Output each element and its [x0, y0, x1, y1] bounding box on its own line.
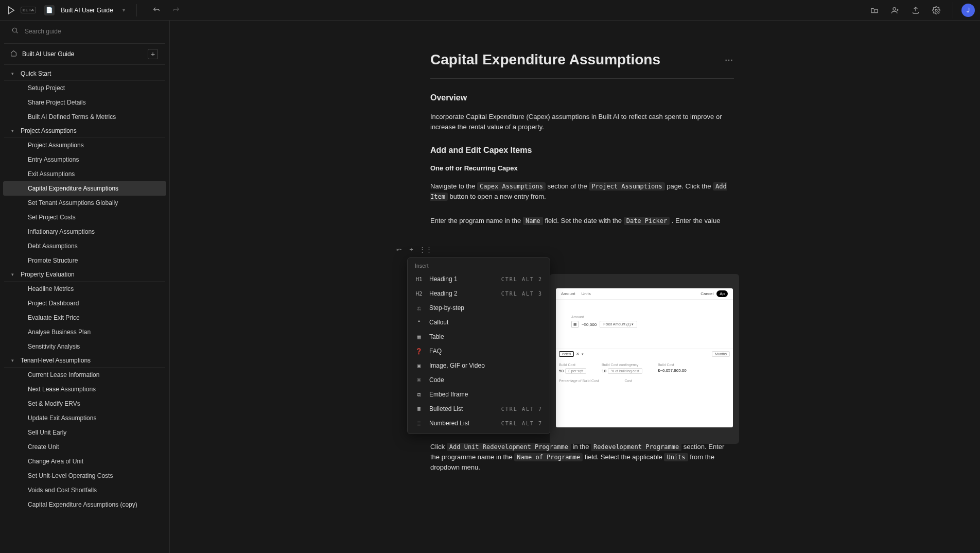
h2-add-edit[interactable]: Add and Edit Capex Items — [430, 146, 734, 155]
sidebar-item[interactable]: Sensitivity Analysis — [3, 339, 166, 354]
text: page. Click the — [667, 182, 713, 190]
sidebar-item[interactable]: Capital Expenditure Assumptions — [3, 181, 166, 196]
chevron-down-icon: ▾ — [11, 272, 16, 277]
insert-item-label: Bulleted List — [429, 405, 463, 412]
mock-columns: Build Cost 50£ per sqft Build Cost conti… — [556, 359, 733, 374]
sidebar-item[interactable]: Built AI Defined Terms & Metrics — [3, 110, 166, 124]
sidebar-item[interactable]: Headline Metrics — [3, 282, 166, 296]
page-more-icon[interactable]: ⋯ — [725, 55, 734, 65]
insert-menu-item[interactable]: ▦Table — [408, 330, 550, 344]
text: . Enter the value — [672, 217, 721, 224]
text: in the — [573, 443, 591, 451]
mock-apply: Ap — [716, 290, 728, 297]
insert-menu-item[interactable]: ❝Callout — [408, 315, 550, 330]
sidebar-item[interactable]: Analyse Business Plan — [3, 325, 166, 339]
mock-chip-selected: ected — [559, 351, 574, 357]
sidebar-item[interactable]: Voids and Cost Shortfalls — [3, 483, 166, 497]
doc-dropdown-icon[interactable]: ▾ — [122, 7, 125, 13]
insert-menu-item[interactable]: H1Heading 1CTRL ALT 2 — [408, 272, 550, 286]
sidebar-item[interactable]: Set Project Costs — [3, 210, 166, 224]
sidebar-item[interactable]: Next Lease Assumptions — [3, 382, 166, 396]
sidebar-item[interactable]: Setup Project — [3, 81, 166, 95]
user-avatar[interactable]: J — [961, 4, 975, 17]
add-user-icon[interactable] — [887, 2, 903, 19]
mock-col-contingency: Build Cost contingency 10% of building c… — [602, 363, 642, 374]
h3-oneoff[interactable]: One off or Recurring Capex — [430, 164, 734, 172]
block-link-icon[interactable]: ⤺ — [394, 246, 404, 253]
block-add-icon[interactable]: + — [407, 246, 416, 253]
sidebar-item[interactable]: Sell Unit Early — [3, 425, 166, 440]
sidebar-item[interactable]: Evaluate Exit Price — [3, 310, 166, 325]
sidebar-item[interactable]: Inflationary Assumptions — [3, 224, 166, 239]
home-icon — [10, 49, 17, 59]
sidebar-item[interactable]: Promote Structure — [3, 253, 166, 268]
value: £~6,057,865.00 — [658, 368, 687, 373]
sidebar-item[interactable]: Set Tenant Assumptions Globally — [3, 196, 166, 210]
insert-menu-item[interactable]: ▣Image, GIF or Video — [408, 358, 550, 373]
mock-foot-1: Percentage of Build Cost — [559, 379, 599, 383]
svg-point-1 — [935, 9, 937, 11]
mock-cancel: Cancel — [701, 291, 713, 296]
code-add-unit: Add Unit Redevelopment Programme — [447, 443, 571, 451]
text: field. Set the date with the — [545, 217, 623, 224]
new-folder-icon[interactable] — [866, 2, 883, 19]
embedded-screenshot[interactable]: Amount Units Cancel Ap Amount ▦ ~50,000 … — [550, 274, 739, 444]
sidebar-root-title: Built AI User Guide — [22, 50, 74, 58]
sidebar-item[interactable]: Update Exit Assumptions — [3, 411, 166, 425]
insert-menu-item[interactable]: ≣Bulleted ListCTRL ALT 7 — [408, 402, 550, 416]
sidebar-section-header[interactable]: ▾Project Assumptions — [4, 124, 165, 138]
sidebar-item[interactable]: Exit Assumptions — [3, 167, 166, 181]
insert-menu-item[interactable]: H2Heading 2CTRL ALT 3 — [408, 286, 550, 301]
svg-point-2 — [12, 28, 16, 32]
mock-amount-value: ~50,000 — [582, 322, 597, 327]
sidebar-item[interactable]: Entry Assumptions — [3, 152, 166, 167]
sidebar-item[interactable]: Share Project Details — [3, 95, 166, 110]
insert-menu-item[interactable]: ⎌Step-by-step — [408, 301, 550, 315]
sidebar-item[interactable]: Change Area of Unit — [3, 454, 166, 469]
export-icon[interactable] — [907, 2, 924, 19]
click-paragraph[interactable]: Click Add Unit Redevelopment Programme i… — [430, 442, 734, 473]
sidebar-section-header[interactable]: ▾Property Evaluation — [4, 268, 165, 282]
sidebar-section-header[interactable]: ▾Tenant-level Assumptions — [4, 354, 165, 368]
insert-item-shortcut: CTRL ALT 3 — [501, 291, 542, 297]
add-page-button[interactable]: + — [148, 49, 158, 59]
insert-menu-item[interactable]: ≣Numbered ListCTRL ALT 7 — [408, 416, 550, 430]
label: Build Cost contingency — [602, 363, 642, 367]
mock-chip-months: Months — [712, 351, 730, 357]
undo-button[interactable] — [148, 2, 165, 19]
sidebar-item[interactable]: Project Assumptions — [3, 138, 166, 152]
mock-col-buildcost: Build Cost 50£ per sqft — [559, 363, 586, 374]
sidebar-item[interactable]: Current Lease Information — [3, 368, 166, 382]
search-input[interactable] — [25, 28, 158, 35]
sidebar-item[interactable]: Set & Modify ERVs — [3, 396, 166, 411]
sidebar-section-header[interactable]: ▾Quick Start — [4, 67, 165, 81]
text: Click — [430, 443, 447, 451]
sidebar-item[interactable]: Debt Assumptions — [3, 239, 166, 253]
nav-paragraph[interactable]: Navigate to the Capex Assumptions sectio… — [430, 181, 734, 202]
sidebar-section-label: Project Assumptions — [21, 127, 77, 134]
redo-button[interactable] — [168, 2, 184, 19]
insert-item-icon: ⎌ — [415, 305, 423, 312]
app-logo-icon[interactable] — [5, 4, 18, 16]
sidebar-item[interactable]: Project Dashboard — [3, 296, 166, 310]
block-drag-icon[interactable]: ⋮⋮ — [419, 246, 428, 253]
h2-overview[interactable]: Overview — [430, 93, 734, 102]
insert-item-icon: H2 — [415, 290, 423, 297]
sidebar-item[interactable]: Create Unit — [3, 440, 166, 454]
insert-item-icon: H1 — [415, 276, 423, 283]
insert-item-icon: ⌘ — [415, 377, 423, 384]
mock-tab-amount: Amount — [561, 291, 575, 296]
sidebar-item[interactable]: Capital Expenditure Assumptions (copy) — [3, 497, 166, 512]
insert-menu-item[interactable]: ⧉Embed Iframe — [408, 387, 550, 402]
insert-menu-item[interactable]: ❓FAQ — [408, 344, 550, 358]
insert-item-label: FAQ — [429, 348, 442, 355]
page-title[interactable]: Capital Expenditure Assumptions — [430, 51, 660, 68]
settings-icon[interactable] — [928, 2, 944, 19]
sidebar-item[interactable]: Set Unit-Level Operating Costs — [3, 469, 166, 483]
insert-menu-item[interactable]: ⌘Code — [408, 373, 550, 387]
sidebar-root-row[interactable]: Built AI User Guide + — [4, 44, 165, 65]
overview-paragraph[interactable]: Incorporate Capital Expenditure (Capex) … — [430, 112, 734, 132]
beta-badge: BETA — [21, 7, 36, 13]
enter-paragraph[interactable]: Enter the program name in the Name field… — [430, 216, 734, 226]
doc-type-icon[interactable]: 📄 — [44, 5, 55, 15]
